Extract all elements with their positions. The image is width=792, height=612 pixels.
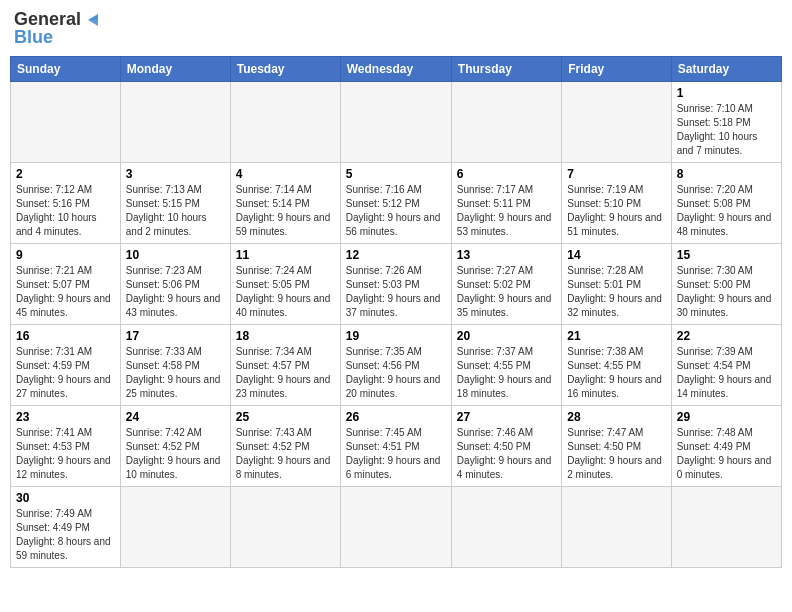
calendar-cell: 15Sunrise: 7:30 AM Sunset: 5:00 PM Dayli… <box>671 243 781 324</box>
day-number: 27 <box>457 410 556 424</box>
calendar-header-row: SundayMondayTuesdayWednesdayThursdayFrid… <box>11 56 782 81</box>
day-info: Sunrise: 7:28 AM Sunset: 5:01 PM Dayligh… <box>567 264 665 320</box>
day-info: Sunrise: 7:43 AM Sunset: 4:52 PM Dayligh… <box>236 426 335 482</box>
day-info: Sunrise: 7:31 AM Sunset: 4:59 PM Dayligh… <box>16 345 115 401</box>
day-number: 21 <box>567 329 665 343</box>
weekday-header-wednesday: Wednesday <box>340 56 451 81</box>
svg-marker-0 <box>88 14 98 20</box>
day-number: 16 <box>16 329 115 343</box>
calendar-cell: 2Sunrise: 7:12 AM Sunset: 5:16 PM Daylig… <box>11 162 121 243</box>
calendar-cell: 25Sunrise: 7:43 AM Sunset: 4:52 PM Dayli… <box>230 405 340 486</box>
day-number: 15 <box>677 248 776 262</box>
day-number: 1 <box>677 86 776 100</box>
day-number: 25 <box>236 410 335 424</box>
calendar-week-row: 1Sunrise: 7:10 AM Sunset: 5:18 PM Daylig… <box>11 81 782 162</box>
calendar-week-row: 16Sunrise: 7:31 AM Sunset: 4:59 PM Dayli… <box>11 324 782 405</box>
day-number: 14 <box>567 248 665 262</box>
calendar-cell <box>230 81 340 162</box>
day-number: 11 <box>236 248 335 262</box>
day-info: Sunrise: 7:13 AM Sunset: 5:15 PM Dayligh… <box>126 183 225 239</box>
day-info: Sunrise: 7:39 AM Sunset: 4:54 PM Dayligh… <box>677 345 776 401</box>
day-info: Sunrise: 7:46 AM Sunset: 4:50 PM Dayligh… <box>457 426 556 482</box>
day-info: Sunrise: 7:33 AM Sunset: 4:58 PM Dayligh… <box>126 345 225 401</box>
day-number: 22 <box>677 329 776 343</box>
day-number: 20 <box>457 329 556 343</box>
weekday-header-thursday: Thursday <box>451 56 561 81</box>
calendar-cell: 4Sunrise: 7:14 AM Sunset: 5:14 PM Daylig… <box>230 162 340 243</box>
calendar-cell: 9Sunrise: 7:21 AM Sunset: 5:07 PM Daylig… <box>11 243 121 324</box>
day-number: 6 <box>457 167 556 181</box>
calendar-cell: 28Sunrise: 7:47 AM Sunset: 4:50 PM Dayli… <box>562 405 671 486</box>
calendar-cell: 19Sunrise: 7:35 AM Sunset: 4:56 PM Dayli… <box>340 324 451 405</box>
day-number: 23 <box>16 410 115 424</box>
day-info: Sunrise: 7:20 AM Sunset: 5:08 PM Dayligh… <box>677 183 776 239</box>
calendar-cell: 22Sunrise: 7:39 AM Sunset: 4:54 PM Dayli… <box>671 324 781 405</box>
weekday-header-friday: Friday <box>562 56 671 81</box>
day-number: 7 <box>567 167 665 181</box>
calendar-cell <box>340 81 451 162</box>
day-info: Sunrise: 7:23 AM Sunset: 5:06 PM Dayligh… <box>126 264 225 320</box>
calendar-cell: 3Sunrise: 7:13 AM Sunset: 5:15 PM Daylig… <box>120 162 230 243</box>
day-info: Sunrise: 7:45 AM Sunset: 4:51 PM Dayligh… <box>346 426 446 482</box>
weekday-header-sunday: Sunday <box>11 56 121 81</box>
logo-blue-text: Blue <box>14 28 53 48</box>
day-info: Sunrise: 7:27 AM Sunset: 5:02 PM Dayligh… <box>457 264 556 320</box>
calendar-cell: 23Sunrise: 7:41 AM Sunset: 4:53 PM Dayli… <box>11 405 121 486</box>
calendar-week-row: 30Sunrise: 7:49 AM Sunset: 4:49 PM Dayli… <box>11 486 782 567</box>
day-number: 8 <box>677 167 776 181</box>
calendar-week-row: 23Sunrise: 7:41 AM Sunset: 4:53 PM Dayli… <box>11 405 782 486</box>
day-number: 17 <box>126 329 225 343</box>
day-number: 18 <box>236 329 335 343</box>
day-info: Sunrise: 7:42 AM Sunset: 4:52 PM Dayligh… <box>126 426 225 482</box>
day-info: Sunrise: 7:47 AM Sunset: 4:50 PM Dayligh… <box>567 426 665 482</box>
day-info: Sunrise: 7:37 AM Sunset: 4:55 PM Dayligh… <box>457 345 556 401</box>
calendar-cell: 21Sunrise: 7:38 AM Sunset: 4:55 PM Dayli… <box>562 324 671 405</box>
day-info: Sunrise: 7:14 AM Sunset: 5:14 PM Dayligh… <box>236 183 335 239</box>
day-number: 10 <box>126 248 225 262</box>
calendar-table: SundayMondayTuesdayWednesdayThursdayFrid… <box>10 56 782 568</box>
calendar-cell <box>230 486 340 567</box>
calendar-cell: 5Sunrise: 7:16 AM Sunset: 5:12 PM Daylig… <box>340 162 451 243</box>
day-info: Sunrise: 7:19 AM Sunset: 5:10 PM Dayligh… <box>567 183 665 239</box>
calendar-cell: 17Sunrise: 7:33 AM Sunset: 4:58 PM Dayli… <box>120 324 230 405</box>
calendar-cell: 11Sunrise: 7:24 AM Sunset: 5:05 PM Dayli… <box>230 243 340 324</box>
calendar-cell <box>562 486 671 567</box>
calendar-cell: 13Sunrise: 7:27 AM Sunset: 5:02 PM Dayli… <box>451 243 561 324</box>
calendar-cell: 29Sunrise: 7:48 AM Sunset: 4:49 PM Dayli… <box>671 405 781 486</box>
calendar-cell: 20Sunrise: 7:37 AM Sunset: 4:55 PM Dayli… <box>451 324 561 405</box>
calendar-cell <box>120 486 230 567</box>
day-number: 24 <box>126 410 225 424</box>
day-number: 29 <box>677 410 776 424</box>
day-number: 2 <box>16 167 115 181</box>
calendar-cell: 18Sunrise: 7:34 AM Sunset: 4:57 PM Dayli… <box>230 324 340 405</box>
calendar-week-row: 9Sunrise: 7:21 AM Sunset: 5:07 PM Daylig… <box>11 243 782 324</box>
calendar-week-row: 2Sunrise: 7:12 AM Sunset: 5:16 PM Daylig… <box>11 162 782 243</box>
day-info: Sunrise: 7:17 AM Sunset: 5:11 PM Dayligh… <box>457 183 556 239</box>
header: General Blue <box>10 10 782 48</box>
logo-container: General Blue <box>14 10 104 48</box>
calendar-cell: 30Sunrise: 7:49 AM Sunset: 4:49 PM Dayli… <box>11 486 121 567</box>
day-info: Sunrise: 7:48 AM Sunset: 4:49 PM Dayligh… <box>677 426 776 482</box>
calendar-cell <box>451 486 561 567</box>
day-info: Sunrise: 7:49 AM Sunset: 4:49 PM Dayligh… <box>16 507 115 563</box>
day-number: 4 <box>236 167 335 181</box>
calendar-cell <box>340 486 451 567</box>
calendar-cell <box>451 81 561 162</box>
day-number: 12 <box>346 248 446 262</box>
day-info: Sunrise: 7:26 AM Sunset: 5:03 PM Dayligh… <box>346 264 446 320</box>
calendar-cell: 26Sunrise: 7:45 AM Sunset: 4:51 PM Dayli… <box>340 405 451 486</box>
day-info: Sunrise: 7:38 AM Sunset: 4:55 PM Dayligh… <box>567 345 665 401</box>
logo: General Blue <box>14 10 104 48</box>
calendar-cell <box>120 81 230 162</box>
day-number: 28 <box>567 410 665 424</box>
calendar-cell: 7Sunrise: 7:19 AM Sunset: 5:10 PM Daylig… <box>562 162 671 243</box>
day-number: 13 <box>457 248 556 262</box>
calendar-cell <box>671 486 781 567</box>
logo-bird-icon <box>84 10 104 30</box>
day-info: Sunrise: 7:10 AM Sunset: 5:18 PM Dayligh… <box>677 102 776 158</box>
calendar-cell: 14Sunrise: 7:28 AM Sunset: 5:01 PM Dayli… <box>562 243 671 324</box>
calendar-cell: 16Sunrise: 7:31 AM Sunset: 4:59 PM Dayli… <box>11 324 121 405</box>
day-info: Sunrise: 7:16 AM Sunset: 5:12 PM Dayligh… <box>346 183 446 239</box>
day-info: Sunrise: 7:35 AM Sunset: 4:56 PM Dayligh… <box>346 345 446 401</box>
svg-marker-1 <box>88 20 98 26</box>
